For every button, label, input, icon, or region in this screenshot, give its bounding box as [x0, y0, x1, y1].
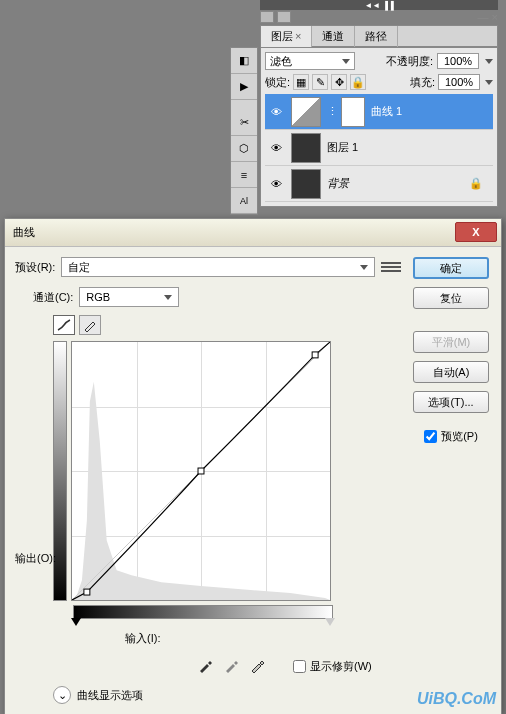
dialog-title: 曲线	[13, 225, 35, 240]
panel-minimize-bar[interactable]: ◄◄▐▐	[260, 0, 498, 10]
smooth-button[interactable]: 平滑(M)	[413, 331, 489, 353]
output-label: 输出(O):	[15, 551, 56, 566]
lock-position-icon[interactable]: ✥	[331, 74, 347, 90]
white-point-slider[interactable]	[325, 618, 335, 626]
curves-dialog: 曲线 X 预设(R): 自定 通道(C): RGB	[4, 218, 502, 714]
preset-menu-icon[interactable]	[381, 259, 401, 275]
channel-select[interactable]: RGB	[79, 287, 179, 307]
history-icon[interactable]: ◧	[231, 48, 257, 74]
lock-icon: 🔒	[469, 177, 483, 190]
tool-a-icon[interactable]: ✂	[231, 110, 257, 136]
input-label: 输入(I):	[125, 631, 160, 646]
eyedropper-white-icon[interactable]	[247, 656, 267, 676]
preset-select[interactable]: 自定	[61, 257, 375, 277]
chevron-down-icon	[360, 265, 368, 270]
lock-all-icon[interactable]: 🔒	[350, 74, 366, 90]
fill-label: 填充:	[410, 75, 435, 90]
tool-c-icon[interactable]: ≡	[231, 162, 257, 188]
svg-rect-3	[312, 352, 318, 358]
layer-list: 👁 ⋮ 曲线 1 👁 图层 1 👁 背景 🔒	[265, 94, 493, 202]
actions-icon[interactable]: ▶	[231, 74, 257, 100]
layer-thumb[interactable]	[291, 169, 321, 199]
visibility-icon[interactable]: 👁	[267, 139, 285, 157]
show-clip-checkbox[interactable]	[293, 660, 306, 673]
tool-b-icon[interactable]: ⬡	[231, 136, 257, 162]
layer-thumb[interactable]	[291, 133, 321, 163]
lock-transparency-icon[interactable]: ▦	[293, 74, 309, 90]
opacity-flyout-icon[interactable]	[485, 59, 493, 64]
fill-value[interactable]: 100%	[438, 74, 480, 90]
nav-right-icon[interactable]	[277, 11, 291, 23]
channel-label: 通道(C):	[33, 290, 73, 305]
preset-label: 预设(R):	[15, 260, 55, 275]
layer-item[interactable]: 👁 背景 🔒	[265, 166, 493, 202]
opacity-label: 不透明度:	[386, 54, 433, 69]
tool-d-icon[interactable]: Al	[231, 188, 257, 214]
svg-rect-1	[84, 589, 90, 595]
tab-channels[interactable]: 通道	[312, 26, 355, 47]
options-button[interactable]: 选项(T)...	[413, 391, 489, 413]
curve-icon	[56, 318, 72, 332]
expand-options-button[interactable]: ⌄	[53, 686, 71, 704]
eyedropper-black-icon[interactable]	[195, 656, 215, 676]
layer-item[interactable]: 👁 ⋮ 曲线 1	[265, 94, 493, 130]
curve-pencil-tool[interactable]	[79, 315, 101, 335]
layer-name[interactable]: 背景	[327, 176, 349, 191]
close-icon[interactable]: ×	[295, 30, 301, 42]
pencil-icon	[83, 318, 97, 332]
opacity-value[interactable]: 100%	[437, 53, 479, 69]
chevron-down-icon	[342, 59, 350, 64]
watermark: UiBQ.CoM	[417, 690, 496, 708]
chevron-down-icon	[164, 295, 172, 300]
ok-button[interactable]: 确定	[413, 257, 489, 279]
panel-nav: — ×	[260, 10, 498, 24]
layer-name[interactable]: 曲线 1	[371, 104, 402, 119]
auto-button[interactable]: 自动(A)	[413, 361, 489, 383]
reset-button[interactable]: 复位	[413, 287, 489, 309]
layer-item[interactable]: 👁 图层 1	[265, 130, 493, 166]
dialog-titlebar[interactable]: 曲线 X	[5, 219, 501, 247]
side-toolbar: ◧ ▶ ✂ ⬡ ≡ Al	[230, 47, 258, 215]
mask-thumb[interactable]	[341, 97, 365, 127]
curve-line	[72, 342, 330, 600]
eyedropper-gray-icon[interactable]	[221, 656, 241, 676]
close-button[interactable]: X	[455, 222, 497, 242]
lock-paint-icon[interactable]: ✎	[312, 74, 328, 90]
input-gradient[interactable]	[73, 605, 333, 619]
adjustment-thumb[interactable]	[291, 97, 321, 127]
visibility-icon[interactable]: 👁	[267, 175, 285, 193]
show-clip-label: 显示修剪(W)	[310, 659, 372, 674]
layer-name[interactable]: 图层 1	[327, 140, 358, 155]
tab-paths[interactable]: 路径	[355, 26, 398, 47]
visibility-icon[interactable]: 👁	[267, 103, 285, 121]
blend-mode-select[interactable]: 滤色	[265, 52, 355, 70]
tab-layers[interactable]: 图层×	[261, 26, 312, 47]
link-icon: ⋮	[327, 105, 335, 118]
expand-label: 曲线显示选项	[77, 688, 143, 703]
layers-panel: 滤色 不透明度: 100% 锁定: ▦ ✎ ✥ 🔒 填充: 100% 👁 ⋮ 曲…	[260, 47, 498, 207]
lock-label: 锁定:	[265, 75, 290, 90]
nav-left-icon[interactable]	[260, 11, 274, 23]
fill-flyout-icon[interactable]	[485, 80, 493, 85]
curve-graph[interactable]	[71, 341, 331, 601]
svg-rect-2	[198, 468, 204, 474]
preview-checkbox[interactable]	[424, 430, 437, 443]
curve-point-tool[interactable]	[53, 315, 75, 335]
panel-tabs: 图层× 通道 路径	[260, 25, 498, 47]
black-point-slider[interactable]	[71, 618, 81, 626]
preview-label: 预览(P)	[441, 429, 478, 444]
